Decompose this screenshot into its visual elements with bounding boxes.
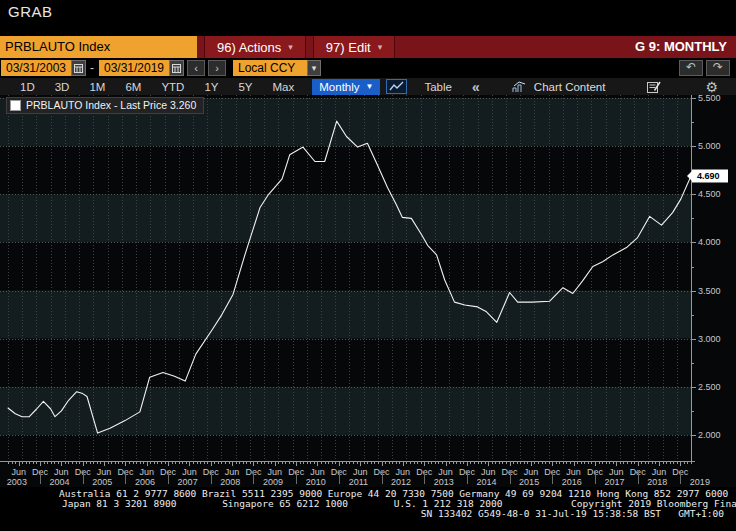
svg-text:4.690: 4.690 xyxy=(697,171,720,181)
chevron-down-icon: ▾ xyxy=(378,37,383,58)
svg-text:2012: 2012 xyxy=(391,477,411,487)
svg-text:Jun: Jun xyxy=(524,467,539,477)
period-button-1y[interactable]: 1Y xyxy=(204,81,218,93)
gear-icon[interactable]: ⚙ xyxy=(705,80,718,94)
period-button-6m[interactable]: 6M xyxy=(125,81,141,93)
svg-text:Dec: Dec xyxy=(502,467,519,477)
chevron-down-icon: ▾ xyxy=(288,37,293,58)
svg-text:2013: 2013 xyxy=(434,477,454,487)
annotate-button[interactable] xyxy=(647,81,661,93)
svg-text:2005: 2005 xyxy=(92,477,112,487)
svg-text:2.000: 2.000 xyxy=(698,430,721,440)
chart-content-button[interactable]: Chart Content xyxy=(512,81,606,93)
chart-type-button[interactable] xyxy=(386,79,407,94)
range-forward-button[interactable]: › xyxy=(208,60,226,76)
svg-text:2019: 2019 xyxy=(690,477,710,487)
legend-label: PRBLAUTO Index - Last Price 3.260 xyxy=(26,99,196,111)
period-button-3d[interactable]: 3D xyxy=(55,81,70,93)
end-date-calendar-button[interactable] xyxy=(169,60,184,76)
svg-text:Dec: Dec xyxy=(75,467,92,477)
edit-menu-label: 97) Edit xyxy=(326,37,371,58)
svg-text:2016: 2016 xyxy=(562,477,582,487)
svg-text:Jun: Jun xyxy=(182,467,197,477)
grab-title: GRAB xyxy=(8,3,53,20)
svg-text:2015: 2015 xyxy=(519,477,539,487)
title-bar: PRBLAUTO Index 96) Actions ▾ 97) Edit ▾ … xyxy=(0,36,736,58)
chart-area[interactable]: JunDecJunDecJunDecJunDecJunDecJunDecJunD… xyxy=(0,95,736,487)
period-button-1m[interactable]: 1M xyxy=(89,81,105,93)
table-button[interactable]: Table xyxy=(424,81,452,93)
chart-content-label: Chart Content xyxy=(534,81,606,93)
svg-text:Jun: Jun xyxy=(481,467,496,477)
svg-text:2018: 2018 xyxy=(647,477,667,487)
bloomberg-footer: Australia 61 2 9777 8600 Brazil 5511 239… xyxy=(0,487,736,531)
range-back-button[interactable]: ‹ xyxy=(187,60,205,76)
top-strip: GRAB xyxy=(0,0,736,36)
svg-text:2003: 2003 xyxy=(7,477,27,487)
svg-text:2.500: 2.500 xyxy=(698,382,721,392)
svg-text:5.000: 5.000 xyxy=(698,141,721,151)
svg-text:Jun: Jun xyxy=(310,467,325,477)
security-ticker-field[interactable]: PRBLAUTO Index xyxy=(0,36,197,58)
svg-text:Jun: Jun xyxy=(609,467,624,477)
svg-text:Dec: Dec xyxy=(630,467,647,477)
date-range-separator: - xyxy=(90,61,94,75)
chart-toolbar: 1D 3D 1M 6M YTD 1Y 5Y Max Monthly ▼ Tabl… xyxy=(0,78,736,95)
svg-text:Jun: Jun xyxy=(396,467,411,477)
svg-text:Jun: Jun xyxy=(652,467,667,477)
undo-button[interactable]: ↶ xyxy=(679,60,703,76)
period-button-max[interactable]: Max xyxy=(273,81,295,93)
bloomberg-terminal-window: GRAB PRBLAUTO Index 96) Actions ▾ 97) Ed… xyxy=(0,0,736,531)
start-date-calendar-button[interactable] xyxy=(71,60,86,76)
actions-menu-button[interactable]: 96) Actions ▾ xyxy=(204,36,306,58)
period-button-5y[interactable]: 5Y xyxy=(238,81,252,93)
svg-text:Jun: Jun xyxy=(54,467,69,477)
price-chart[interactable]: JunDecJunDecJunDecJunDecJunDecJunDecJunD… xyxy=(0,95,736,487)
currency-dropdown-arrow-icon[interactable]: ▾ xyxy=(307,60,321,76)
svg-text:2008: 2008 xyxy=(220,477,240,487)
calendar-icon xyxy=(172,64,181,73)
line-chart-icon xyxy=(389,81,404,92)
svg-text:3.500: 3.500 xyxy=(698,286,721,296)
svg-text:Dec: Dec xyxy=(374,467,391,477)
svg-text:Jun: Jun xyxy=(438,467,453,477)
svg-text:Jun: Jun xyxy=(353,467,368,477)
frequency-label: Monthly xyxy=(319,79,359,95)
svg-text:4.000: 4.000 xyxy=(698,237,721,247)
svg-text:Jun: Jun xyxy=(225,467,240,477)
svg-text:Jun: Jun xyxy=(11,467,26,477)
footer-session-info: SN 133402 G549-48-0 31-Jul-19 15:38:58 B… xyxy=(421,508,724,519)
svg-text:2010: 2010 xyxy=(306,477,326,487)
chart-content-icon xyxy=(512,81,527,93)
calendar-icon xyxy=(74,64,83,73)
currency-select[interactable]: Local CCY xyxy=(233,60,307,76)
edit-menu-button[interactable]: 97) Edit ▾ xyxy=(313,36,395,58)
svg-text:5.500: 5.500 xyxy=(698,95,721,103)
title-bar-spacer xyxy=(395,36,635,58)
svg-text:2004: 2004 xyxy=(50,477,70,487)
svg-text:2009: 2009 xyxy=(263,477,283,487)
svg-text:2017: 2017 xyxy=(604,477,624,487)
period-button-ytd[interactable]: YTD xyxy=(161,81,184,93)
svg-text:2006: 2006 xyxy=(135,477,155,487)
svg-text:Jun: Jun xyxy=(268,467,283,477)
history-buttons: ↶ ↷ xyxy=(676,60,730,76)
page-function-label: G 9: MONTHLY xyxy=(635,36,736,58)
svg-text:4.500: 4.500 xyxy=(698,189,721,199)
svg-text:2014: 2014 xyxy=(476,477,496,487)
redo-button[interactable]: ↷ xyxy=(706,60,730,76)
series-swatch-icon xyxy=(10,100,21,111)
svg-text:2007: 2007 xyxy=(178,477,198,487)
start-date-input[interactable]: 03/31/2003 xyxy=(1,60,71,76)
collapse-panel-button[interactable]: « xyxy=(472,79,480,95)
svg-text:Jun: Jun xyxy=(566,467,581,477)
actions-menu-label: 96) Actions xyxy=(217,37,281,58)
period-button-1d[interactable]: 1D xyxy=(20,81,35,93)
frequency-dropdown[interactable]: Monthly ▼ xyxy=(312,79,380,95)
svg-text:3.000: 3.000 xyxy=(698,334,721,344)
svg-text:2011: 2011 xyxy=(349,477,368,487)
end-date-input[interactable]: 03/31/2019 xyxy=(99,60,169,76)
chart-legend: PRBLAUTO Index - Last Price 3.260 xyxy=(6,97,204,114)
chevron-down-icon: ▼ xyxy=(366,79,374,95)
date-range-bar: 03/31/2003 - 03/31/2019 ‹ › Local CCY ▾ … xyxy=(0,58,736,78)
